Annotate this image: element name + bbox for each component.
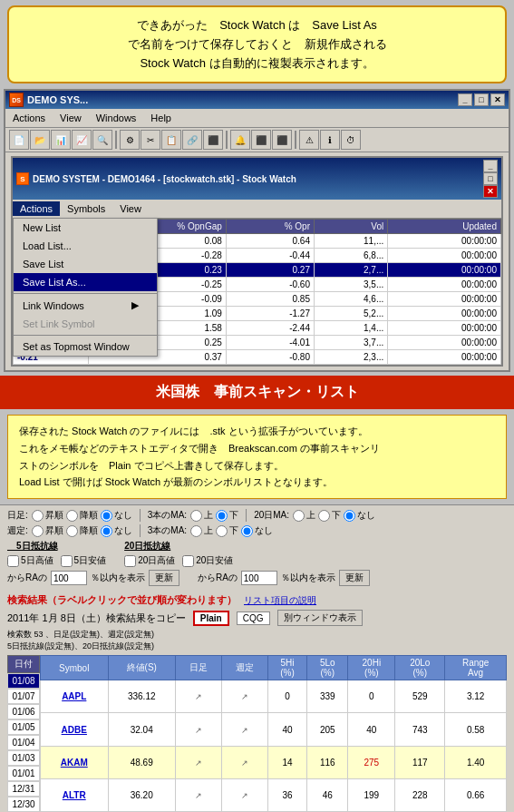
nissoku-none-label[interactable]: なし bbox=[101, 509, 132, 522]
toolbar-btn-16[interactable]: ⏱ bbox=[341, 130, 361, 150]
low-20day-label[interactable]: 20日安値 bbox=[182, 554, 233, 567]
inner-menu-symbols[interactable]: Symbols bbox=[60, 201, 112, 216]
low-20day-checkbox[interactable] bbox=[182, 555, 194, 567]
col-symbol[interactable]: Symbol bbox=[41, 656, 109, 680]
ma20-none-label[interactable]: なし bbox=[344, 509, 375, 522]
ma3s-up-radio[interactable] bbox=[190, 525, 202, 537]
high-5day-checkbox[interactable] bbox=[7, 555, 19, 567]
col-price[interactable]: 終値(S) bbox=[108, 656, 175, 680]
outer-win-controls: _ □ ✕ bbox=[458, 93, 505, 106]
ma3s-down-radio[interactable] bbox=[216, 525, 228, 537]
symbol-akam[interactable]: AKAM bbox=[41, 746, 109, 778]
maximize-button[interactable]: □ bbox=[474, 93, 489, 106]
col-shukan[interactable]: 週定 bbox=[221, 656, 267, 680]
toolbar-btn-open[interactable]: 📂 bbox=[30, 130, 50, 150]
date-cell-1231: 12/31 bbox=[7, 781, 40, 797]
nissoku-ascending-radio[interactable] bbox=[32, 510, 44, 522]
menu-help[interactable]: Help bbox=[143, 111, 179, 125]
update-button-left[interactable]: 更新 bbox=[149, 570, 179, 586]
shukan-descending-radio[interactable] bbox=[66, 525, 78, 537]
inner-close-button[interactable]: ✕ bbox=[483, 185, 498, 198]
inner-menu-actions[interactable]: Actions bbox=[13, 201, 60, 216]
ma20-up-radio[interactable] bbox=[293, 510, 305, 522]
ma20-up-label[interactable]: 上 bbox=[293, 509, 315, 522]
col-range[interactable]: RangeAvg bbox=[445, 656, 507, 680]
menu-view[interactable]: View bbox=[53, 111, 89, 125]
menu-windows[interactable]: Windows bbox=[89, 111, 144, 125]
update-button-right[interactable]: 更新 bbox=[339, 570, 370, 586]
shukan-ascending-radio[interactable] bbox=[32, 525, 44, 537]
col-5hi[interactable]: 5Hi(%) bbox=[267, 656, 306, 680]
toolbar-btn-8[interactable]: 📋 bbox=[161, 130, 181, 150]
col-header-vol: Vol bbox=[314, 220, 387, 234]
dropdown-save-list-as[interactable]: Save List As... bbox=[14, 273, 157, 291]
toolbar-btn-3[interactable]: 📊 bbox=[51, 130, 71, 150]
dropdown-load-list[interactable]: Load List... bbox=[14, 237, 157, 255]
toolbar-btn-5[interactable]: 🔍 bbox=[92, 130, 112, 150]
toolbar-btn-11[interactable]: 🔔 bbox=[230, 130, 250, 150]
ma3-down-label[interactable]: 下 bbox=[216, 509, 238, 522]
high-5day-label[interactable]: 5日高値 bbox=[7, 554, 53, 567]
low-5day-label[interactable]: 5日安値 bbox=[61, 554, 107, 567]
resistance-5day-checkboxes: 5日高値 5日安値 bbox=[7, 554, 106, 567]
nissoku-descending-radio[interactable] bbox=[66, 510, 78, 522]
low-5day-checkbox[interactable] bbox=[61, 555, 73, 567]
results-list-link[interactable]: リスト項目の説明 bbox=[244, 594, 316, 607]
plain-button[interactable]: Plain bbox=[193, 611, 229, 626]
col-nissoku[interactable]: 日足 bbox=[175, 656, 221, 680]
dropdown-save-list[interactable]: Save List bbox=[14, 255, 157, 273]
col-5lo[interactable]: 5Lo(%) bbox=[307, 656, 348, 680]
close-button[interactable]: ✕ bbox=[490, 93, 505, 106]
inner-maximize-button[interactable]: □ bbox=[483, 172, 498, 185]
ra-input-right[interactable] bbox=[241, 571, 277, 585]
dropdown-link-windows[interactable]: Link Windows ▶ bbox=[14, 296, 157, 315]
toolbar-btn-4[interactable]: 📈 bbox=[72, 130, 92, 150]
ra-input-left[interactable] bbox=[51, 571, 87, 585]
high-20day-label[interactable]: 20日高値 bbox=[124, 554, 175, 567]
toolbar-btn-7[interactable]: ✂ bbox=[141, 130, 160, 150]
new-window-button[interactable]: 別ウィンドウ表示 bbox=[277, 610, 363, 626]
ma3-down-radio[interactable] bbox=[216, 510, 228, 522]
nissoku-ascending-label[interactable]: 昇順 bbox=[32, 509, 63, 522]
toolbar-btn-10[interactable]: ⬛ bbox=[203, 130, 223, 150]
ma3s-none-label[interactable]: なし bbox=[241, 524, 273, 537]
ma3s-none-radio[interactable] bbox=[241, 525, 253, 537]
toolbar-btn-9[interactable]: 🔗 bbox=[182, 130, 202, 150]
symbol-altr[interactable]: ALTR bbox=[41, 778, 109, 811]
toolbar-btn-13[interactable]: ⬛ bbox=[272, 130, 292, 150]
ma3s-up-label[interactable]: 上 bbox=[190, 524, 213, 537]
dropdown-set-topmost[interactable]: Set as Topmost Window bbox=[14, 338, 157, 356]
toolbar-btn-14[interactable]: ⚠ bbox=[299, 130, 319, 150]
shukan-altr: ↗ bbox=[221, 778, 267, 811]
shukan-none-label[interactable]: なし bbox=[101, 524, 132, 537]
inner-minimize-button[interactable]: _ bbox=[483, 160, 498, 172]
ma20-none-radio[interactable] bbox=[344, 510, 355, 522]
toolbar-btn-6[interactable]: ⚙ bbox=[120, 130, 140, 150]
inner-menu-view[interactable]: View bbox=[112, 201, 149, 216]
ma3s-down-label[interactable]: 下 bbox=[216, 524, 238, 537]
high-20day-checkbox[interactable] bbox=[124, 555, 136, 567]
results-header-label: 検索結果（ラベルクリックで並び順が変わります） bbox=[7, 593, 237, 607]
toolbar-btn-new[interactable]: 📄 bbox=[9, 130, 29, 150]
symbol-aapl[interactable]: AAPL bbox=[41, 680, 109, 713]
ma3-up-label[interactable]: 上 bbox=[190, 509, 213, 522]
shukan-none-radio[interactable] bbox=[101, 525, 112, 537]
nissoku-descending-label[interactable]: 降順 bbox=[66, 509, 98, 522]
toolbar-btn-15[interactable]: ℹ bbox=[320, 130, 340, 150]
shukan-ascending-label[interactable]: 昇順 bbox=[32, 524, 63, 537]
dropdown-new-list[interactable]: New List bbox=[14, 219, 157, 237]
minimize-button[interactable]: _ bbox=[458, 93, 472, 106]
ma20-down-radio[interactable] bbox=[318, 510, 330, 522]
shukan-descending-label[interactable]: 降順 bbox=[66, 524, 98, 537]
tooltip-text: できあがった Stock Watch は Save List Asで名前をつけて… bbox=[128, 18, 387, 70]
nissoku-none-radio[interactable] bbox=[101, 510, 112, 522]
col-20hi[interactable]: 20Hi(%) bbox=[348, 656, 395, 680]
cqg-button[interactable]: CQG bbox=[237, 611, 270, 625]
col-20lo[interactable]: 20Lo(%) bbox=[395, 656, 445, 680]
ma20-label: 20日MA: bbox=[254, 509, 289, 522]
symbol-adbe[interactable]: ADBE bbox=[41, 713, 109, 746]
ma20-down-label[interactable]: 下 bbox=[318, 509, 341, 522]
toolbar-btn-12[interactable]: ⬛ bbox=[251, 130, 271, 150]
menu-actions[interactable]: Actions bbox=[5, 111, 53, 125]
ma3-up-radio[interactable] bbox=[190, 510, 202, 522]
